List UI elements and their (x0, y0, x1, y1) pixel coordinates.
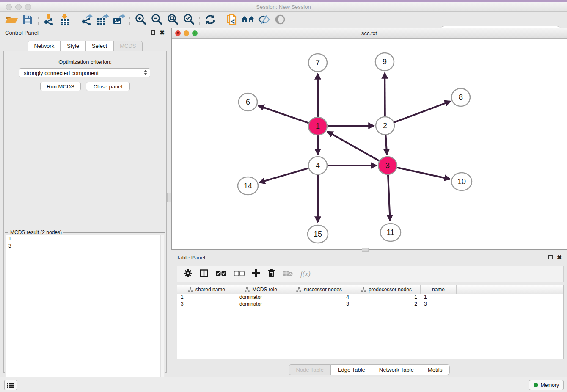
graph-edge-1-2[interactable] (327, 126, 374, 126)
graph-edge-2-3[interactable] (385, 135, 387, 155)
memory-button[interactable]: Memory (529, 380, 564, 390)
zoom-out-button[interactable] (149, 13, 165, 26)
memory-status-icon (534, 383, 538, 387)
table-cell[interactable]: 2 (352, 301, 421, 308)
export-network-icon (81, 14, 93, 25)
optimization-criterion-label: Optimization criterion: (4, 59, 166, 65)
zoom-fit-button[interactable] (165, 13, 181, 26)
select-all-button[interactable] (216, 270, 226, 278)
titlebar[interactable]: Session: New Session (0, 2, 567, 12)
vertical-splitter-handle[interactable] (167, 193, 171, 202)
table-cell[interactable]: 3 (286, 301, 352, 308)
graph-edge-2-9[interactable] (385, 73, 385, 116)
network-graph[interactable]: 7968124314101511 (172, 39, 567, 249)
delete-column-button[interactable] (268, 269, 275, 279)
save-disk-icon (22, 14, 33, 25)
control-panel-tabs: Network Style Select MCDS (0, 41, 170, 51)
export-image-button[interactable] (111, 13, 127, 26)
main-toolbar (0, 12, 567, 27)
zoom-selected-button[interactable] (181, 13, 197, 26)
criterion-select[interactable]: strongly connected component (19, 68, 150, 77)
mcds-result-box: MCDS result (2 nodes) 1 3 (5, 232, 165, 392)
column-header-name[interactable]: name (421, 285, 457, 294)
graph-edge-1-6[interactable] (259, 105, 309, 123)
import-table-button[interactable] (57, 13, 73, 26)
tab-select[interactable]: Select (85, 41, 113, 51)
function-builder-button-disabled[interactable]: f(x) (300, 270, 311, 278)
network-window-titlebar[interactable]: ✕ − + scc.txt (172, 28, 567, 39)
import-table-icon (60, 14, 71, 25)
graph-edge-4-14[interactable] (259, 168, 309, 182)
table-cell[interactable]: 3 (177, 301, 236, 308)
zoom-window-icon[interactable] (25, 4, 31, 10)
minimize-window-icon[interactable] (15, 4, 22, 10)
control-panel-title: Control Panel (5, 30, 39, 36)
column-header-shared-name[interactable]: shared name (177, 285, 236, 294)
export-table-button[interactable] (95, 13, 111, 26)
table-toolbar: f(x) (177, 266, 564, 282)
import-network-button[interactable] (41, 13, 57, 26)
table-row[interactable]: 1dominator411 (177, 294, 563, 301)
clone-network-button[interactable] (224, 13, 240, 26)
graph-node-label-1: 1 (316, 122, 320, 130)
close-table-panel-icon[interactable]: ✖ (557, 254, 562, 260)
tab-mcds[interactable]: MCDS (113, 41, 142, 51)
graph-edge-3-1[interactable] (328, 132, 380, 161)
tab-node-table[interactable]: Node Table (289, 364, 331, 375)
table-settings-button[interactable] (184, 269, 192, 279)
table-cell[interactable]: 1 (177, 294, 236, 301)
export-network-button[interactable] (79, 13, 95, 26)
table-cell[interactable]: dominator (236, 294, 286, 301)
show-columns-button[interactable] (200, 269, 208, 279)
close-window-icon[interactable] (6, 4, 12, 10)
delete-table-button-disabled[interactable] (283, 270, 293, 278)
open-session-button[interactable] (3, 13, 19, 26)
task-history-button[interactable] (4, 380, 17, 390)
column-header-label: MCDS role (252, 287, 277, 293)
graph-edge-3-10[interactable] (396, 168, 450, 179)
graph-edge-3-11[interactable] (388, 175, 390, 221)
tab-network[interactable]: Network (28, 41, 61, 51)
float-table-panel-icon[interactable] (548, 255, 553, 259)
float-panel-icon[interactable] (151, 30, 155, 35)
deselect-all-button[interactable] (234, 270, 245, 278)
gear-icon (184, 269, 192, 277)
network-window-title: scc.txt (172, 28, 567, 39)
traffic-lights[interactable] (6, 4, 31, 10)
homes-button[interactable] (240, 13, 256, 26)
columns-icon (200, 269, 208, 277)
plus-icon (252, 269, 260, 277)
column-header-predecessor-nodes[interactable]: predecessor nodes (352, 285, 421, 294)
close-panel-icon[interactable]: ✖ (160, 30, 165, 36)
graph-edges (259, 73, 451, 222)
tab-motifs[interactable]: Motifs (421, 364, 450, 375)
horizontal-splitter-handle[interactable] (362, 248, 369, 252)
run-mcds-button[interactable]: Run MCDS (40, 82, 81, 91)
apply-layout-button[interactable] (202, 13, 218, 26)
mcds-result-scrollbar[interactable] (160, 235, 164, 391)
show-hide-button[interactable] (272, 13, 288, 26)
tab-edge-table[interactable]: Edge Table (331, 364, 372, 375)
tab-style[interactable]: Style (61, 41, 85, 51)
table-cell[interactable]: 3 (421, 301, 457, 308)
close-panel-button[interactable]: Close panel (86, 82, 130, 91)
column-header-MCDS-role[interactable]: MCDS role (236, 285, 286, 294)
table-cell[interactable]: 1 (421, 294, 457, 301)
tab-network-table[interactable]: Network Table (372, 364, 421, 375)
graph-node-label-10: 10 (457, 177, 466, 186)
save-session-button[interactable] (19, 13, 36, 26)
graphics-details-button[interactable] (256, 13, 272, 26)
homes-icon (241, 14, 255, 25)
graph-edge-2-8[interactable] (394, 101, 451, 122)
column-header-successor-nodes[interactable]: successor nodes (286, 285, 352, 294)
add-column-button[interactable] (252, 269, 260, 279)
mcds-result-text[interactable]: 1 3 (6, 235, 161, 391)
table-cell[interactable]: dominator (236, 301, 286, 308)
table-cell[interactable]: 1 (352, 294, 421, 301)
table-cell[interactable]: 4 (286, 294, 352, 301)
column-header-label: shared name (195, 287, 225, 293)
network-canvas[interactable]: 7968124314101511 (172, 39, 567, 249)
zoom-in-button[interactable] (132, 13, 149, 26)
table-row[interactable]: 3dominator323 (177, 301, 563, 308)
select-stepper-icon (144, 70, 147, 75)
